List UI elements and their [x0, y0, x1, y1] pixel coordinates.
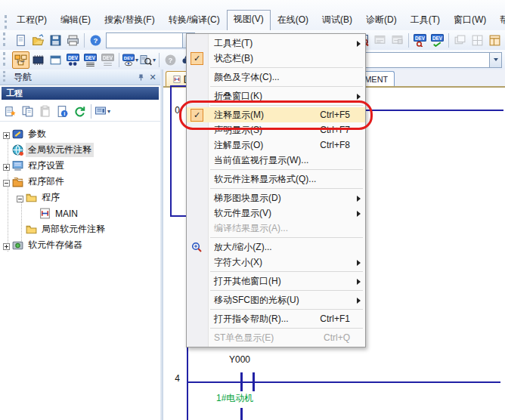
- toolbar-separator: [448, 33, 449, 48]
- tree-item-MAIN[interactable]: MAIN: [0, 205, 160, 221]
- menu-separator: [210, 67, 363, 68]
- dev-write-icon[interactable]: DEV: [429, 32, 446, 49]
- expand-icon[interactable]: [3, 131, 10, 137]
- view-menu-item[interactable]: 放大/缩小(Z)...: [187, 239, 365, 255]
- tree-item-程序部件[interactable]: 程序部件: [0, 174, 160, 190]
- global-comment-icon: [11, 144, 24, 156]
- toolbar-grip[interactable]: [5, 15, 7, 29]
- panel-grip[interactable]: [3, 71, 9, 82]
- copy-item-icon[interactable]: [19, 103, 36, 120]
- help-circle-icon[interactable]: ?: [162, 51, 179, 69]
- view-menu-dropdown: 工具栏(T)✓状态栏(B)颜色及字体(C)...折叠窗口(K)✓注释显示(M)C…: [186, 33, 366, 347]
- svg-text:?: ?: [169, 56, 173, 64]
- view-menu-item[interactable]: 软元件注释显示格式(Q)...: [187, 171, 365, 187]
- navigation-toggle-icon[interactable]: [12, 51, 29, 69]
- dev-find-icon[interactable]: DEV: [64, 51, 82, 69]
- tree-item-label: 全局软元件注释: [26, 143, 94, 157]
- device-combobox-input[interactable]: [365, 54, 489, 66]
- program-parts-icon: [11, 175, 24, 188]
- menu-item-label: 软元件显示(V): [214, 207, 271, 220]
- display-mode-icon[interactable]: ▾: [94, 103, 111, 120]
- menu-separator: [210, 188, 363, 189]
- window-cascade-icon[interactable]: [451, 32, 469, 49]
- menubar-item[interactable]: 在线(O): [271, 11, 315, 30]
- toolbar-separator: [84, 33, 85, 48]
- menubar-item[interactable]: 视图(V): [227, 10, 271, 30]
- ladder-tab-icon: [172, 75, 181, 84]
- save-file-icon[interactable]: [47, 32, 64, 49]
- view-menu-item[interactable]: 打开其他窗口(H): [187, 273, 365, 289]
- dev-watch-icon[interactable]: DEV▾: [122, 51, 139, 69]
- tree-item-参数[interactable]: 参数: [0, 126, 160, 142]
- view-menu-item[interactable]: 移动SFC图的光标(U): [187, 292, 365, 307]
- work-window-icon[interactable]: [47, 51, 64, 69]
- toolbar-separator: [91, 104, 91, 119]
- print-icon[interactable]: [64, 32, 82, 49]
- expand-icon[interactable]: [3, 242, 10, 249]
- view-menu-item[interactable]: 字符大小(X): [187, 255, 365, 270]
- combobox-dropdown-icon[interactable]: [489, 53, 501, 67]
- collapse-icon[interactable]: [3, 178, 10, 185]
- expand-icon[interactable]: [3, 162, 10, 169]
- parameter-icon: [11, 128, 24, 141]
- tree-item-label: 程序设置: [26, 159, 67, 173]
- dropdown-arrow-icon: ▾: [135, 57, 138, 63]
- toolbar-grip[interactable]: [3, 52, 9, 66]
- dev-batch-icon[interactable]: DEV: [99, 51, 116, 69]
- menu-item-shortcut: Ctrl+F1: [312, 313, 350, 324]
- view-menu-item[interactable]: 软元件显示(V): [187, 205, 365, 221]
- device-combobox[interactable]: [364, 52, 502, 68]
- tree-item-局部软元件注释[interactable]: 局部软元件注释: [0, 221, 160, 237]
- application-window: 工程(P)编辑(E)搜索/替换(F)转换/编译(C)视图(V)在线(O)调试(B…: [0, 0, 505, 420]
- collapse-icon[interactable]: [17, 194, 23, 201]
- project-select-combobox[interactable]: [106, 32, 195, 48]
- view-menu-item[interactable]: ST单色显示(E)Ctrl+Q: [187, 330, 365, 345]
- menubar-item[interactable]: 调试(B): [315, 11, 359, 30]
- help-icon[interactable]: ?: [87, 32, 104, 49]
- dev-search-icon[interactable]: DEV: [411, 32, 429, 49]
- view-menu-item[interactable]: 当前值监视行显示(W)...: [187, 153, 365, 168]
- menu-separator: [210, 86, 363, 87]
- menubar-item[interactable]: 诊断(D): [359, 11, 404, 30]
- new-file-icon[interactable]: [12, 32, 29, 49]
- tree-item-全局软元件注释[interactable]: 全局软元件注释: [0, 142, 160, 158]
- open-file-icon[interactable]: [29, 32, 47, 49]
- module-config-icon[interactable]: [29, 51, 47, 69]
- submenu-arrow-icon: [357, 298, 361, 304]
- tree-item-软元件存储器[interactable]: 软元件存储器: [0, 237, 160, 253]
- project-toolbar: i▾: [0, 101, 160, 122]
- item-info-icon[interactable]: i: [54, 103, 71, 120]
- view-menu-item[interactable]: ✓状态栏(B): [187, 51, 365, 66]
- view-menu-item[interactable]: 颜色及字体(C)...: [187, 69, 365, 85]
- dev-list-icon[interactable]: DEV: [82, 51, 99, 69]
- view-menu-item[interactable]: 工具栏(T): [187, 36, 365, 51]
- view-menu-item[interactable]: 编译结果显示(A)...: [187, 221, 365, 236]
- toolbar-grip[interactable]: [3, 32, 9, 46]
- menubar-item[interactable]: 工程(P): [10, 11, 54, 30]
- menubar-item[interactable]: 编辑(E): [54, 11, 98, 30]
- close-icon[interactable]: ✕: [147, 72, 159, 83]
- menubar-item[interactable]: 帮助(H): [493, 11, 505, 30]
- monitor-window-icon[interactable]: [371, 32, 389, 49]
- view-menu-item[interactable]: 注解显示(O)Ctrl+F8: [187, 137, 365, 153]
- menu-item-label: ST单色显示(E): [214, 332, 274, 344]
- menubar-item[interactable]: 窗口(W): [447, 11, 493, 30]
- menu-separator: [210, 290, 363, 291]
- menubar-item[interactable]: 工具(T): [404, 11, 447, 30]
- device-search-icon[interactable]: ▾: [139, 51, 156, 69]
- window-arrange-icon[interactable]: [486, 32, 503, 49]
- menu-item-label: 放大/缩小(Z)...: [214, 241, 272, 254]
- pin-icon[interactable]: [135, 72, 147, 83]
- view-menu-item[interactable]: 打开指令帮助(R)...Ctrl+F1: [187, 311, 365, 326]
- tree-item-程序设置[interactable]: 程序设置: [0, 158, 160, 174]
- new-item-icon[interactable]: [2, 103, 19, 120]
- tree-item-程序[interactable]: 程序: [0, 190, 160, 205]
- refresh-icon[interactable]: [71, 103, 88, 120]
- window-tile-icon[interactable]: [469, 32, 486, 49]
- menubar-item[interactable]: 转换/编译(C): [162, 11, 227, 30]
- menubar-item[interactable]: 搜索/替换(F): [98, 11, 162, 30]
- paste-item-icon[interactable]: [36, 103, 54, 120]
- view-menu-item[interactable]: 梯形图块显示(D): [187, 190, 365, 205]
- project-select-input[interactable]: [107, 35, 182, 46]
- monitor-window2-icon[interactable]: [389, 32, 406, 49]
